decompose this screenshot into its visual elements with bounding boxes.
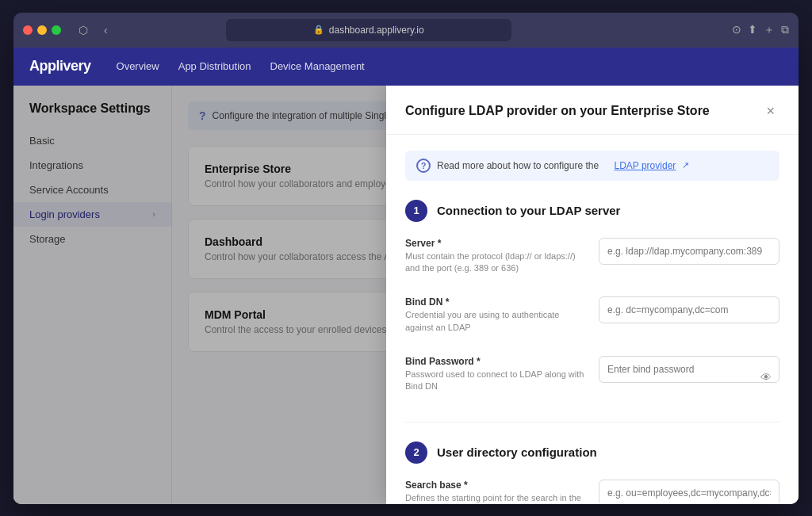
address-bar[interactable]: 🔒 dashboard.applivery.io: [226, 19, 511, 41]
bind-dn-input[interactable]: [599, 296, 779, 323]
server-input-wrap: [599, 238, 779, 281]
main-content: Workspace Settings Basic Integrations Se…: [13, 86, 799, 504]
share-icon[interactable]: ⊙: [732, 23, 741, 37]
section-separator: [405, 422, 779, 422]
nav-back-button[interactable]: ⬡: [74, 21, 93, 40]
external-link-icon: ↗: [682, 160, 689, 170]
section-1-badge: 1: [405, 200, 427, 222]
tabs-icon[interactable]: ⧉: [781, 23, 789, 37]
browser-window: ⬡ ‹ 🔒 dashboard.applivery.io ⊙ ⬆ ＋ ⧉ App…: [13, 13, 799, 504]
bind-dn-label: Bind DN *: [405, 296, 586, 308]
bind-dn-desc: Credential you are using to authenticate…: [405, 309, 586, 334]
modal-header: Configure LDAP provider on your Enterpri…: [386, 86, 799, 135]
configure-ldap-modal: Configure LDAP provider on your Enterpri…: [386, 86, 799, 504]
app-nav: Applivery Overview App Distribution Devi…: [13, 48, 799, 86]
bind-password-label: Bind Password *: [405, 356, 586, 367]
browser-toolbar: ⬡ ‹ 🔒 dashboard.applivery.io ⊙ ⬆ ＋ ⧉: [13, 13, 799, 48]
nav-forward-button[interactable]: ‹: [99, 21, 113, 40]
close-window-button[interactable]: [23, 25, 33, 35]
ldap-provider-link[interactable]: LDAP provider: [614, 160, 676, 171]
section-1: 1 Connection to your LDAP server Server …: [405, 200, 779, 399]
nav-item-app-distribution[interactable]: App Distribution: [178, 57, 251, 75]
app-logo: Applivery: [29, 58, 91, 75]
server-desc: Must contain the protocol (ldap:// or ld…: [405, 250, 586, 275]
help-circle-icon: ?: [416, 159, 431, 173]
help-row: ? Read more about how to configure the L…: [405, 151, 779, 181]
maximize-window-button[interactable]: [52, 25, 61, 35]
bind-dn-input-wrap: [599, 296, 779, 340]
server-field: Server * Must contain the protocol (ldap…: [405, 238, 586, 281]
bind-dn-form-row: Bind DN * Credential you are using to au…: [405, 296, 779, 340]
bind-password-input[interactable]: [599, 356, 779, 383]
search-base-input[interactable]: [599, 480, 779, 504]
modal-close-button[interactable]: ×: [761, 101, 779, 121]
password-toggle-icon[interactable]: 👁: [760, 371, 772, 384]
minimize-window-button[interactable]: [37, 25, 47, 35]
search-base-field: Search base * Defines the starting point…: [405, 480, 586, 504]
traffic-lights: [23, 25, 61, 35]
new-tab-icon[interactable]: ＋: [764, 23, 775, 37]
server-label: Server *: [405, 238, 586, 249]
bind-dn-field: Bind DN * Credential you are using to au…: [405, 296, 586, 340]
address-text: dashboard.applivery.io: [329, 25, 424, 36]
modal-title: Configure LDAP provider on your Enterpri…: [405, 104, 710, 118]
bind-password-field: Bind Password * Password used to connect…: [405, 356, 586, 399]
section-1-header: 1 Connection to your LDAP server: [405, 200, 779, 222]
bind-password-form-row: Bind Password * Password used to connect…: [405, 356, 779, 399]
search-base-desc: Defines the starting point for the searc…: [405, 492, 586, 504]
section-1-title: Connection to your LDAP server: [437, 204, 620, 217]
section-2: 2 User directory configuration Search ba…: [405, 441, 779, 504]
search-base-input-wrap: [599, 480, 779, 504]
bind-password-desc: Password used to connect to LDAP along w…: [405, 369, 586, 393]
upload-icon[interactable]: ⬆: [748, 23, 757, 37]
help-text: Read more about how to configure the: [437, 160, 599, 171]
section-2-title: User directory configuration: [437, 445, 597, 459]
nav-item-device-management[interactable]: Device Management: [270, 57, 365, 75]
search-base-label: Search base *: [405, 480, 586, 491]
browser-actions: ⊙ ⬆ ＋ ⧉: [732, 23, 789, 37]
section-2-header: 2 User directory configuration: [405, 441, 779, 464]
bind-password-input-wrap: 👁: [599, 356, 779, 399]
lock-icon: 🔒: [313, 25, 324, 35]
modal-body: ? Read more about how to configure the L…: [386, 135, 799, 504]
server-input[interactable]: [599, 238, 779, 265]
nav-item-overview[interactable]: Overview: [117, 57, 159, 75]
search-base-form-row: Search base * Defines the starting point…: [405, 480, 779, 504]
modal-overlay: Configure LDAP provider on your Enterpri…: [13, 86, 799, 504]
server-form-row: Server * Must contain the protocol (ldap…: [405, 238, 779, 281]
section-2-badge: 2: [405, 441, 427, 464]
